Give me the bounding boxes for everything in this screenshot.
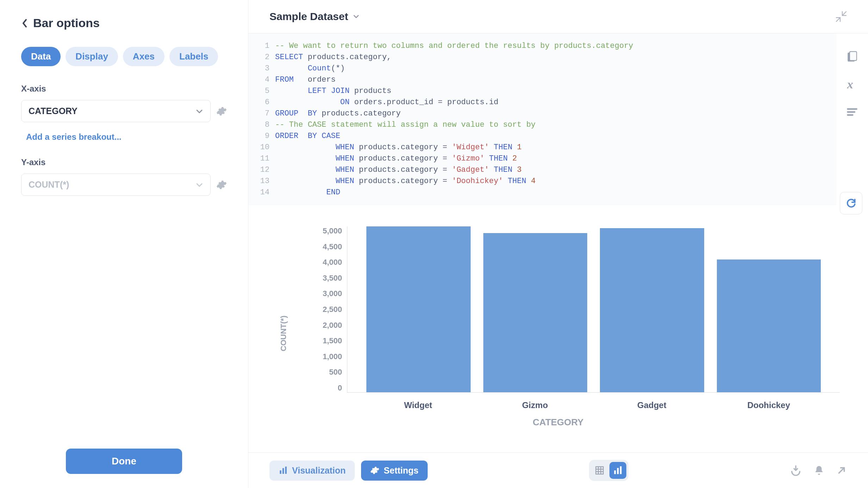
sidebar-header: Bar options [21, 16, 227, 30]
bar-doohickey[interactable] [717, 259, 821, 392]
ytick: 2,000 [298, 321, 342, 330]
ytick: 1,500 [298, 336, 342, 345]
gear-icon [370, 466, 379, 475]
chart-area: COUNT(*) 5,0004,5004,0003,5003,0002,5002… [248, 205, 868, 452]
sidebar: Bar options DataDisplayAxesLabels X-axis… [0, 0, 248, 488]
ytick: 1,000 [298, 352, 342, 361]
gear-icon[interactable] [216, 106, 227, 117]
table-view-option[interactable] [591, 462, 608, 479]
yaxis-label: Y-axis [21, 157, 227, 167]
gear-icon[interactable] [216, 180, 227, 190]
bar-gadget[interactable] [600, 228, 704, 392]
ytick: 0 [298, 383, 342, 393]
svg-rect-1 [850, 51, 857, 61]
ytick: 500 [298, 368, 342, 377]
ytick: 4,500 [298, 242, 342, 251]
back-icon[interactable] [21, 18, 28, 28]
svg-rect-14 [614, 470, 616, 474]
xcat: Doohickey [717, 400, 821, 410]
bar-widget[interactable] [366, 226, 471, 392]
collapse-icon[interactable] [836, 11, 847, 22]
main: Sample Dataset 1234567891011121314 -- We… [248, 0, 868, 488]
snippet-icon[interactable] [846, 51, 858, 63]
chevron-down-icon [196, 107, 203, 115]
tab-display[interactable]: Display [66, 47, 118, 66]
yaxis-select[interactable]: COUNT(*) [21, 174, 211, 196]
xaxis-value: CATEGORY [29, 106, 78, 116]
ytick: 3,000 [298, 289, 342, 298]
xaxis-title: CATEGORY [248, 417, 868, 428]
variable-icon[interactable]: x [846, 79, 858, 90]
yaxis-ticks: 5,0004,5004,0003,5003,0002,5002,0001,500… [298, 226, 347, 393]
done-button[interactable]: Done [66, 449, 182, 474]
settings-button[interactable]: Settings [361, 461, 428, 481]
footer-right [790, 464, 847, 476]
editor-wrap: 1234567891011121314 -- We want to return… [248, 33, 868, 205]
yaxis-title: COUNT(*) [279, 315, 288, 351]
bell-icon[interactable] [814, 465, 824, 476]
svg-rect-16 [620, 466, 622, 474]
chevron-down-icon [353, 13, 359, 20]
xcat: Gadget [600, 400, 704, 410]
view-toggle [589, 460, 628, 481]
sidebar-title: Bar options [33, 16, 100, 30]
svg-rect-7 [283, 468, 284, 474]
tab-data[interactable]: Data [21, 47, 61, 66]
tab-row: DataDisplayAxesLabels [21, 47, 227, 66]
ytick: 2,500 [298, 305, 342, 314]
line-gutter: 1234567891011121314 [248, 40, 275, 198]
ytick: 4,000 [298, 258, 342, 267]
svg-rect-8 [285, 467, 286, 474]
svg-text:x: x [847, 79, 853, 90]
reference-icon[interactable] [846, 106, 858, 118]
xaxis-row: CATEGORY [21, 100, 227, 122]
yaxis-value: COUNT(*) [29, 180, 69, 190]
editor-tools: x [836, 33, 868, 205]
tab-axes[interactable]: Axes [123, 47, 165, 66]
xaxis-ticks: WidgetGizmoGadgetDoohickey [347, 400, 840, 410]
xaxis-label: X-axis [21, 84, 227, 94]
footer: Visualization Settings [248, 452, 868, 488]
ytick: 3,500 [298, 274, 342, 283]
sql-editor[interactable]: 1234567891011121314 -- We want to return… [248, 33, 836, 205]
dataset-title-text: Sample Dataset [269, 11, 348, 23]
xcat: Widget [366, 400, 470, 410]
visualization-button[interactable]: Visualization [269, 461, 355, 481]
download-icon[interactable] [790, 464, 802, 476]
chart-plot [347, 226, 840, 393]
visualization-label: Visualization [292, 465, 346, 476]
xaxis-select[interactable]: CATEGORY [21, 100, 211, 122]
yaxis-row: COUNT(*) [21, 174, 227, 196]
settings-label: Settings [384, 465, 418, 476]
svg-rect-15 [617, 468, 619, 474]
bar-chart-icon [279, 466, 288, 475]
chart-body: 5,0004,5004,0003,5003,0002,5002,0001,500… [298, 226, 840, 393]
svg-rect-9 [596, 467, 603, 474]
chevron-down-icon [196, 181, 203, 189]
tab-labels[interactable]: Labels [169, 47, 218, 66]
dataset-select[interactable]: Sample Dataset [269, 11, 359, 23]
add-breakout-link[interactable]: Add a series breakout... [21, 129, 227, 145]
dataset-header: Sample Dataset [248, 0, 868, 33]
xcat: Gizmo [483, 400, 587, 410]
share-icon[interactable] [836, 465, 847, 476]
svg-rect-6 [280, 470, 281, 474]
ytick: 5,000 [298, 226, 342, 236]
bar-gizmo[interactable] [483, 233, 588, 392]
sql-code: -- We want to return two columns and ord… [275, 40, 836, 198]
chart-view-option[interactable] [609, 462, 626, 479]
